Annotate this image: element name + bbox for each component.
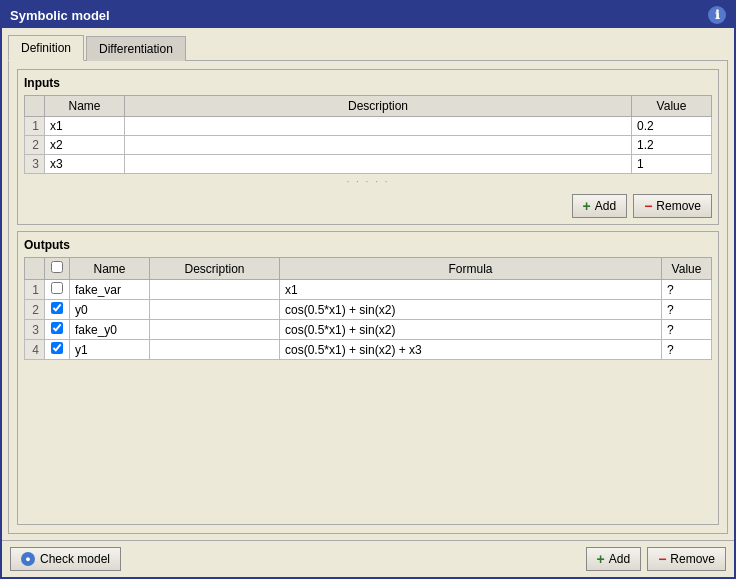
inputs-row: 1 x1 0.2 — [25, 117, 712, 136]
row-number: 2 — [25, 300, 45, 320]
bottom-add-button[interactable]: + Add — [586, 547, 642, 571]
input-name-cell[interactable]: x2 — [45, 136, 125, 155]
output-formula-cell[interactable]: cos(0.5*x1) + sin(x2) — [280, 300, 662, 320]
bottom-remove-button[interactable]: − Remove — [647, 547, 726, 571]
row-number: 2 — [25, 136, 45, 155]
row-number: 3 — [25, 155, 45, 174]
output-value-cell: ? — [662, 280, 712, 300]
input-description-cell[interactable] — [125, 155, 632, 174]
bottom-bar: ● Check model + Add − Remove — [2, 540, 734, 577]
output-description-cell[interactable] — [150, 320, 280, 340]
minus-icon: − — [644, 198, 652, 214]
outputs-col-name: Name — [70, 258, 150, 280]
inputs-col-value: Value — [632, 96, 712, 117]
input-value-cell[interactable]: 1.2 — [632, 136, 712, 155]
title-bar: Symbolic model ℹ — [2, 2, 734, 28]
window-content: Definition Differentiation Inputs Name D… — [2, 28, 734, 540]
input-description-cell[interactable] — [125, 136, 632, 155]
output-value-cell: ? — [662, 340, 712, 360]
outputs-table: Name Description Formula Value 1 fake_va… — [24, 257, 712, 360]
input-name-cell[interactable]: x3 — [45, 155, 125, 174]
inputs-add-button[interactable]: + Add — [572, 194, 628, 218]
outputs-col-formula: Formula — [280, 258, 662, 280]
output-formula-cell[interactable]: x1 — [280, 280, 662, 300]
inputs-title: Inputs — [24, 76, 712, 90]
output-checkbox[interactable] — [51, 282, 63, 294]
bottom-minus-icon: − — [658, 551, 666, 567]
inputs-footer: + Add − Remove — [24, 194, 712, 218]
input-description-cell[interactable] — [125, 117, 632, 136]
tab-bar: Definition Differentiation — [8, 34, 728, 60]
outputs-select-all-checkbox[interactable] — [51, 261, 63, 273]
inputs-col-num — [25, 96, 45, 117]
window-title: Symbolic model — [10, 8, 110, 23]
tab-differentiation[interactable]: Differentiation — [86, 36, 186, 61]
inputs-row: 3 x3 1 — [25, 155, 712, 174]
bottom-plus-icon: + — [597, 551, 605, 567]
output-value-cell: ? — [662, 300, 712, 320]
drag-handle: · · · · · — [24, 174, 712, 189]
output-description-cell[interactable] — [150, 340, 280, 360]
inputs-table: Name Description Value 1 x1 0.2 2 x2 1.2… — [24, 95, 712, 174]
tab-definition[interactable]: Definition — [8, 35, 84, 61]
inputs-section: Inputs Name Description Value 1 x1 0.2 2 — [17, 69, 719, 225]
outputs-col-num — [25, 258, 45, 280]
outputs-title: Outputs — [24, 238, 712, 252]
output-formula-cell[interactable]: cos(0.5*x1) + sin(x2) + x3 — [280, 340, 662, 360]
tab-content-definition: Inputs Name Description Value 1 x1 0.2 2 — [8, 60, 728, 534]
plus-icon: + — [583, 198, 591, 214]
outputs-col-value: Value — [662, 258, 712, 280]
output-name-cell[interactable]: y1 — [70, 340, 150, 360]
output-checkbox[interactable] — [51, 342, 63, 354]
output-checkbox[interactable] — [51, 322, 63, 334]
output-name-cell[interactable]: fake_var — [70, 280, 150, 300]
output-description-cell[interactable] — [150, 300, 280, 320]
inputs-row: 2 x2 1.2 — [25, 136, 712, 155]
outputs-col-description: Description — [150, 258, 280, 280]
row-number: 1 — [25, 280, 45, 300]
output-formula-cell[interactable]: cos(0.5*x1) + sin(x2) — [280, 320, 662, 340]
outputs-row: 3 fake_y0 cos(0.5*x1) + sin(x2) ? — [25, 320, 712, 340]
output-checkbox-cell[interactable] — [45, 320, 70, 340]
output-checkbox[interactable] — [51, 302, 63, 314]
input-value-cell[interactable]: 1 — [632, 155, 712, 174]
row-number: 4 — [25, 340, 45, 360]
inputs-remove-button[interactable]: − Remove — [633, 194, 712, 218]
input-name-cell[interactable]: x1 — [45, 117, 125, 136]
output-checkbox-cell[interactable] — [45, 300, 70, 320]
inputs-col-description: Description — [125, 96, 632, 117]
outputs-section: Outputs Name Description Formula Value — [17, 231, 719, 525]
output-description-cell[interactable] — [150, 280, 280, 300]
info-icon[interactable]: ℹ — [708, 6, 726, 24]
output-name-cell[interactable]: fake_y0 — [70, 320, 150, 340]
outputs-col-check — [45, 258, 70, 280]
row-number: 1 — [25, 117, 45, 136]
check-model-icon: ● — [21, 552, 35, 566]
check-model-button[interactable]: ● Check model — [10, 547, 121, 571]
outputs-row: 4 y1 cos(0.5*x1) + sin(x2) + x3 ? — [25, 340, 712, 360]
output-checkbox-cell[interactable] — [45, 340, 70, 360]
inputs-col-name: Name — [45, 96, 125, 117]
main-window: Symbolic model ℹ Definition Differentiat… — [0, 0, 736, 579]
output-value-cell: ? — [662, 320, 712, 340]
outputs-row: 1 fake_var x1 ? — [25, 280, 712, 300]
output-checkbox-cell[interactable] — [45, 280, 70, 300]
output-name-cell[interactable]: y0 — [70, 300, 150, 320]
input-value-cell[interactable]: 0.2 — [632, 117, 712, 136]
outputs-row: 2 y0 cos(0.5*x1) + sin(x2) ? — [25, 300, 712, 320]
row-number: 3 — [25, 320, 45, 340]
